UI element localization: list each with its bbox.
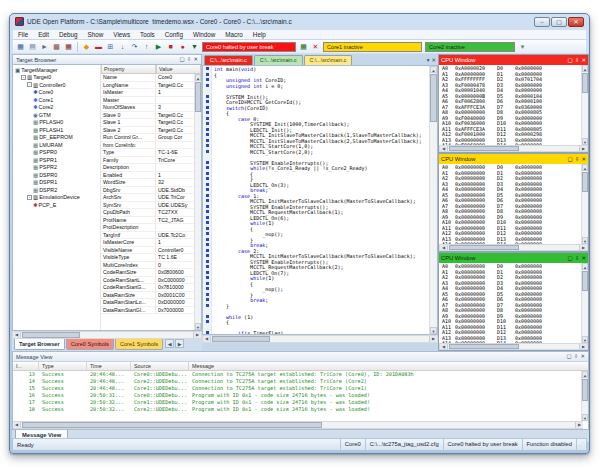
menu-item-tools[interactable]: Tools (135, 31, 160, 38)
message-hscrollbar[interactable]: ◀▶ (13, 421, 583, 429)
menu-item-window[interactable]: Window (188, 31, 220, 38)
tab-close-icon[interactable]: ✕ (431, 57, 436, 63)
breakpoint-dot-icon[interactable] (206, 254, 209, 257)
save-workspace-icon[interactable]: ▤ (27, 41, 38, 52)
breakpoint-dot-icon[interactable] (206, 227, 209, 230)
menu-item-views[interactable]: Views (108, 31, 135, 38)
breakpoint-dot-icon[interactable] (206, 67, 209, 70)
breakpoint-dot-icon[interactable] (206, 183, 209, 186)
property-row[interactable]: VisibleTypeTC 1.6E (101, 254, 201, 262)
message-row[interactable]: 18Success20:50:32...Core2::UDEDebu...Pro… (13, 406, 581, 413)
message-column-source[interactable]: Source (131, 362, 189, 370)
message-row[interactable]: 16Success20:50:31...Core0::UDEDebu...Pro… (13, 392, 581, 399)
cpu-window-caption[interactable]: CPU Window▢⇩✕ (439, 154, 588, 164)
pin-icon[interactable]: ⇩ (575, 155, 580, 164)
restore-icon[interactable]: ▢ (568, 155, 573, 164)
property-row[interactable]: NameCore0 (101, 74, 201, 82)
cpu-vscrollbar[interactable]: ▲▼ (581, 65, 588, 145)
dock-tab-scroll-left-icon[interactable]: ◀ (165, 339, 174, 348)
tree-item-pspr0[interactable]: ▦PSPR0 (13, 149, 100, 157)
maximize-button[interactable]: ▢ (551, 17, 567, 27)
breakpoint-dot-icon[interactable] (206, 133, 209, 136)
menu-item-file[interactable]: File (13, 31, 33, 38)
breakpoint-dot-icon[interactable] (206, 128, 209, 131)
message-row[interactable]: 15Success20:46:48...Core1::UDEDebu...Con… (13, 385, 581, 392)
breakpoint-dot-icon[interactable] (206, 205, 209, 208)
tree-item-core2[interactable]: ✱Core2 (13, 104, 100, 112)
halt-core-icon[interactable]: ▬ (93, 41, 104, 52)
breakpoint-dot-icon[interactable] (206, 298, 209, 301)
breakpoint-dot-icon[interactable] (206, 177, 209, 180)
menu-item-debug[interactable]: Debug (54, 31, 83, 38)
property-row[interactable]: CodeRamStartG...0x7810000 (101, 284, 201, 292)
property-row[interactable]: Master (101, 97, 201, 105)
tree-item-emulationdevice[interactable]: -▥EmulationDevice (13, 194, 100, 202)
menu-item-help[interactable]: Help (248, 31, 271, 38)
tree-item-pspr1[interactable]: ▦PSPR1 (13, 156, 100, 164)
breakpoint-dot-icon[interactable] (206, 260, 209, 263)
target-browser-close-icon[interactable]: ✕ (193, 55, 198, 64)
breakpoint-dot-icon[interactable] (206, 188, 209, 191)
left-panel-hscrollbar[interactable]: ◀▶ (12, 331, 202, 339)
property-row[interactable]: IsMasterCore1 (101, 239, 201, 247)
memory-window-icon[interactable]: ▦ (63, 41, 74, 52)
breakpoint-dot-icon[interactable] (206, 315, 209, 318)
tree-item-pcp_e[interactable]: ✱PCP_E (13, 201, 100, 209)
close-icon[interactable]: ✕ (581, 254, 586, 263)
tree-item-df_eeprom[interactable]: ▦DF_EEPROM (13, 134, 100, 142)
breakpoint-dot-icon[interactable] (206, 139, 209, 142)
breakpoint-dot-icon[interactable] (206, 150, 209, 153)
toolbar-overflow-icon[interactable]: ▾ (517, 41, 528, 52)
value-column-header[interactable]: Value (156, 65, 201, 74)
tab-list-dropdown-icon[interactable]: ▾ (427, 57, 430, 63)
menu-item-show[interactable]: Show (83, 31, 109, 38)
close-icon[interactable]: ✕ (581, 155, 586, 164)
reset-target-icon[interactable]: ◆ (81, 41, 92, 52)
restore-icon[interactable]: ▢ (568, 254, 573, 263)
download-program-icon[interactable]: ▼ (189, 41, 200, 52)
tree-item-core0[interactable]: ✱Core0 (13, 89, 100, 97)
breakpoint-dot-icon[interactable] (206, 221, 209, 224)
breakpoint-dot-icon[interactable] (206, 95, 209, 98)
cpu-hscrollbar[interactable]: ◀▶ (439, 343, 588, 350)
property-row[interactable]: DataRamSize0x0001C00 (101, 292, 201, 300)
breakpoint-dot-icon[interactable] (206, 331, 209, 334)
target-browser-pin-icon[interactable]: ⇩ (187, 55, 192, 64)
property-row[interactable]: ProtDescription (101, 224, 201, 232)
property-row[interactable]: VisibleNameController0 (101, 247, 201, 255)
breakpoint-dot-icon[interactable] (206, 117, 209, 120)
pin-icon[interactable]: ⇩ (575, 254, 580, 263)
breakpoint-dot-icon[interactable] (206, 293, 209, 296)
property-row[interactable]: DataRamStartGl...0x7000000 (101, 307, 201, 315)
property-row[interactable]: TypeTC-1-6E (101, 149, 201, 157)
breakpoint-dot-icon[interactable] (206, 122, 209, 125)
message-row[interactable]: 14Success20:46:48...Core2::UDEDebu...Con… (13, 378, 581, 385)
stop-program-icon[interactable]: ■ (165, 41, 176, 52)
editor-vscrollbar[interactable]: ▲ ▼ (429, 66, 437, 334)
close-icon[interactable]: ✕ (581, 56, 586, 65)
breakpoint-dot-icon[interactable] (206, 276, 209, 279)
tree-expander[interactable]: - (21, 75, 26, 80)
property-row[interactable]: Run Control Gr...Group Cor (101, 134, 201, 142)
tree-item-gtm[interactable]: ◉GTM (13, 111, 100, 119)
tree-expander[interactable]: - (27, 82, 32, 87)
breakpoint-dot-icon[interactable] (206, 194, 209, 197)
tree-expander[interactable]: - (27, 195, 32, 200)
open-workspace-icon[interactable]: ▦ (15, 41, 26, 52)
tree-item-dspr2[interactable]: ▦DSPR2 (13, 186, 100, 194)
dock-tab-scroll-right-icon[interactable]: ▶ (175, 339, 184, 348)
minimize-button[interactable]: – (534, 17, 550, 27)
property-row[interactable]: Description (101, 164, 201, 172)
property-row[interactable]: TargIntfUDE.Tc2Co (101, 232, 201, 240)
run-program-icon[interactable]: ▶ (153, 41, 164, 52)
dock-tab-target-browser[interactable]: Target Browser (14, 339, 65, 350)
step-out-icon[interactable]: ↑ (141, 41, 152, 52)
editor-tab-0[interactable]: C:\...\src\main.c (204, 55, 253, 65)
breakpoint-dot-icon[interactable] (206, 249, 209, 252)
target-browser-restore-icon[interactable]: ▢ (180, 55, 185, 64)
select-mode-icon[interactable]: ► (39, 41, 50, 52)
breakpoint-dot-icon[interactable] (206, 238, 209, 241)
breakpoint-dot-icon[interactable] (206, 73, 209, 76)
cpu-window-caption[interactable]: CPU Window▢⇩✕ (439, 253, 588, 263)
breakpoint-dot-icon[interactable] (206, 111, 209, 114)
